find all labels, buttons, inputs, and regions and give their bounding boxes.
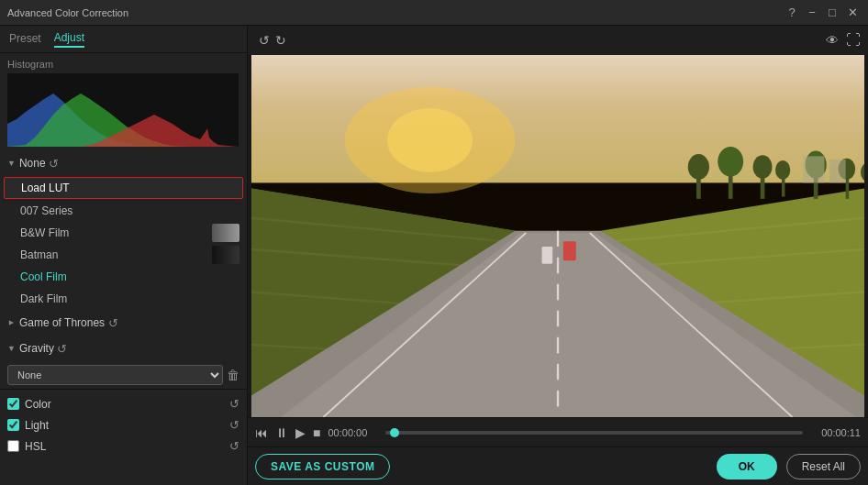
color-reset-button[interactable]: ↺	[229, 397, 239, 411]
triangle-none-icon: ▼	[7, 159, 16, 168]
help-button[interactable]: ?	[784, 5, 800, 21]
minimize-button[interactable]: −	[804, 5, 820, 21]
lut-item-007-label: 007 Series	[20, 204, 72, 217]
video-preview	[251, 55, 864, 417]
lut-item-cool-film-label: Cool Film	[20, 270, 67, 283]
lut-group-none-label: None	[19, 157, 46, 170]
hsl-checkbox[interactable]	[7, 440, 19, 452]
lut-gravity-reset-button[interactable]: ↺	[54, 340, 71, 357]
lut-item-dark-film-label: Dark Film	[20, 292, 67, 305]
lut-select[interactable]: None Custom 1 Custom 2	[7, 365, 223, 385]
svg-rect-37	[251, 55, 864, 417]
progress-knob[interactable]	[390, 428, 399, 437]
tab-preset[interactable]: Preset	[9, 32, 41, 47]
bottom-right-buttons: OK Reset All	[717, 454, 861, 479]
hsl-label: HSL	[25, 440, 224, 453]
save-as-custom-button[interactable]: SAVE AS CUSTOM	[255, 454, 390, 479]
video-toolbar: ↺ ↻ 👁 ⛶	[248, 26, 868, 55]
main-layout: Preset Adjust Histogram ▼ None	[0, 26, 868, 485]
lut-got-reset-button[interactable]: ↺	[105, 314, 121, 331]
playback-bar: ⏮ ⏸ ▶ ■ 00:00:00 00:00:11	[248, 417, 868, 446]
undo-button[interactable]: ↺	[259, 33, 270, 48]
lut-item-bw-film-label: B&W Film	[20, 226, 69, 239]
lut-item-batman-label: Batman	[20, 248, 58, 261]
triangle-gravity-icon: ▼	[7, 344, 16, 353]
light-label: Light	[25, 419, 224, 432]
lut-item-batman[interactable]: Batman	[0, 244, 247, 266]
lut-item-dark-film[interactable]: Dark Film	[0, 288, 247, 310]
lut-item-load-lut-label: Load LUT	[21, 182, 70, 194]
title-bar-left: Advanced Color Correction	[7, 7, 128, 18]
lut-item-bw-film[interactable]: B&W Film	[0, 222, 247, 244]
app-title: Advanced Color Correction	[7, 7, 128, 18]
maximize-button[interactable]: □	[824, 5, 840, 21]
lut-item-007-series[interactable]: 007 Series	[0, 200, 247, 222]
left-panel: Preset Adjust Histogram ▼ None	[0, 26, 248, 485]
adj-row-color: Color ↺	[0, 393, 247, 414]
time-end: 00:00:11	[810, 427, 861, 438]
lut-section: ▼ None ↺ Load LUT 007 Series B&W Film Ba…	[0, 150, 247, 485]
lut-group-got-label: Game of Thrones	[19, 316, 105, 329]
eye-button[interactable]: 👁	[826, 33, 839, 48]
lut-delete-button[interactable]: 🗑	[227, 368, 239, 382]
tab-bar: Preset Adjust	[0, 26, 247, 53]
lut-item-load-lut[interactable]: Load LUT	[4, 177, 243, 199]
light-checkbox[interactable]	[7, 419, 19, 431]
tab-adjust[interactable]: Adjust	[54, 31, 84, 48]
stop-button[interactable]: ■	[313, 425, 320, 440]
color-label: Color	[25, 398, 224, 411]
title-bar-controls: ? − □ ✕	[784, 5, 861, 21]
play-button[interactable]: ▶	[295, 425, 306, 440]
lut-group-gravity[interactable]: ▼ Gravity ↺	[0, 336, 247, 361]
lut-dropdown-row: None Custom 1 Custom 2 🗑	[0, 361, 247, 389]
lut-group-none[interactable]: ▼ None ↺	[0, 150, 247, 176]
adjustment-rows: Color ↺ Light ↺ HSL ↺	[0, 389, 247, 460]
title-bar: Advanced Color Correction ? − □ ✕	[0, 0, 868, 26]
bottom-bar: SAVE AS CUSTOM OK Reset All	[248, 446, 868, 485]
batman-swatch	[212, 246, 239, 264]
histogram-label: Histogram	[7, 59, 239, 70]
lut-group-got[interactable]: ▼ Game of Thrones ↺	[0, 310, 247, 336]
lut-group-reset-button[interactable]: ↺	[46, 155, 62, 171]
lut-item-cool-film[interactable]: Cool Film	[0, 266, 247, 288]
pause-button[interactable]: ⏸	[275, 425, 288, 440]
road-scene	[251, 55, 864, 417]
light-reset-button[interactable]: ↺	[229, 418, 239, 432]
step-back-button[interactable]: ⏮	[255, 425, 268, 440]
color-checkbox[interactable]	[7, 398, 19, 410]
right-panel: ↺ ↻ 👁 ⛶	[248, 26, 868, 485]
histogram-section: Histogram	[0, 53, 247, 150]
bw-film-swatch	[212, 224, 239, 242]
triangle-got-icon: ▼	[6, 319, 16, 327]
progress-track[interactable]	[385, 431, 803, 435]
histogram-canvas	[7, 73, 239, 147]
fullscreen-button[interactable]: ⛶	[846, 32, 861, 49]
ok-button[interactable]: OK	[717, 454, 777, 479]
close-button[interactable]: ✕	[844, 5, 861, 21]
reset-all-button[interactable]: Reset All	[786, 454, 861, 479]
hsl-reset-button[interactable]: ↺	[229, 439, 239, 453]
adj-row-hsl: HSL ↺	[0, 435, 247, 457]
lut-group-gravity-label: Gravity	[19, 342, 54, 355]
undo-redo-group: ↺ ↻	[255, 33, 286, 48]
time-start: 00:00:00	[328, 427, 378, 438]
adj-row-light: Light ↺	[0, 414, 247, 435]
redo-button[interactable]: ↻	[275, 33, 286, 48]
